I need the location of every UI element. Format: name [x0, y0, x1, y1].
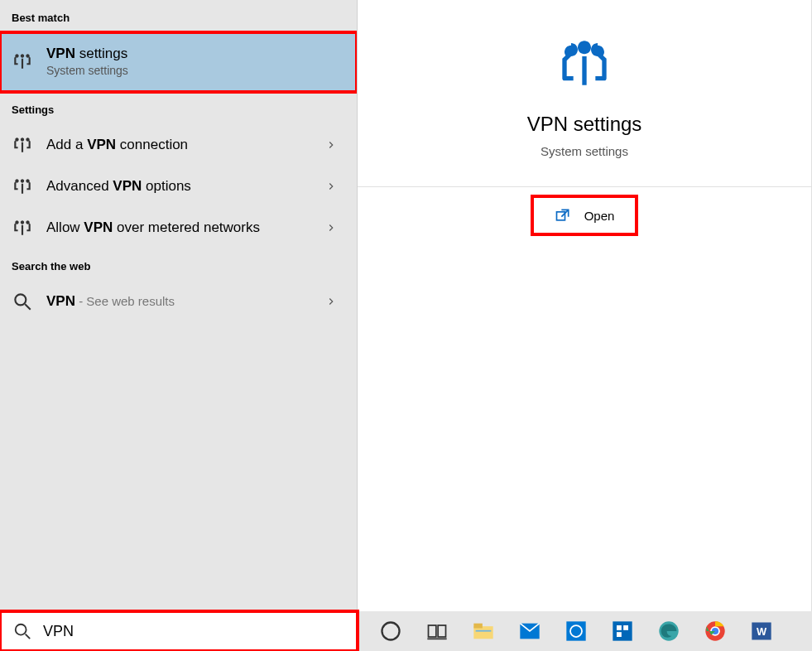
file-explorer-icon[interactable] [467, 615, 500, 648]
chevron-right-icon [325, 222, 337, 234]
cortana-button[interactable] [374, 615, 407, 648]
svg-line-1 [25, 304, 31, 310]
chevron-right-icon [325, 296, 337, 307]
open-button[interactable]: Open [531, 195, 637, 235]
edge-icon[interactable] [652, 615, 685, 648]
svg-rect-2 [556, 212, 565, 220]
open-icon [555, 207, 571, 224]
vpn-icon [12, 134, 33, 156]
svg-rect-13 [566, 621, 585, 640]
svg-point-5 [382, 623, 400, 640]
svg-rect-10 [473, 624, 483, 629]
best-match-label: VPN settings System settings [46, 46, 128, 77]
svg-text:W: W [757, 625, 767, 638]
vpn-icon [12, 51, 33, 72]
word-icon[interactable]: W [745, 615, 778, 648]
search-input[interactable] [43, 623, 344, 640]
settings-item-allow-vpn-metered[interactable]: Allow VPN over metered networks [0, 207, 357, 248]
svg-rect-15 [613, 621, 632, 640]
taskbar-icons: W [358, 615, 778, 648]
results-column: Best match VPN settings System settings … [0, 0, 358, 611]
vpn-icon [12, 217, 33, 239]
settings-item-add-vpn[interactable]: Add a VPN connection [0, 124, 357, 166]
preview-column: VPN settings System settings Open [358, 0, 812, 611]
chevron-right-icon [325, 139, 337, 151]
mail-icon[interactable] [513, 615, 546, 648]
divider [358, 186, 811, 187]
preview-title: VPN settings [527, 113, 642, 136]
settings-item-advanced-vpn[interactable]: Advanced VPN options [0, 166, 357, 207]
svg-rect-16 [617, 625, 622, 630]
chrome-icon[interactable] [699, 615, 732, 648]
search-icon [12, 291, 33, 312]
taskbar-search-box[interactable] [0, 611, 358, 651]
svg-point-3 [16, 624, 26, 635]
vpn-icon [12, 176, 33, 197]
section-settings: Settings [0, 92, 357, 124]
search-results-panel: Best match VPN settings System settings … [0, 0, 812, 611]
taskbar: W [0, 611, 812, 651]
svg-point-0 [15, 294, 26, 305]
task-view-button[interactable] [420, 615, 454, 648]
section-best-match: Best match [0, 7, 357, 32]
result-subtitle: System settings [46, 64, 128, 77]
search-icon [13, 622, 31, 640]
svg-line-4 [26, 634, 30, 639]
web-result-vpn[interactable]: VPN - See web results [0, 281, 357, 322]
result-title: VPN settings [46, 46, 128, 62]
section-search-web: Search the web [0, 248, 357, 281]
vpn-icon [558, 36, 611, 89]
result-title: Advanced VPN options [46, 178, 191, 195]
result-title: Add a VPN connection [46, 137, 188, 153]
svg-rect-6 [429, 625, 436, 637]
dell-app-icon[interactable] [560, 615, 593, 648]
svg-rect-17 [623, 625, 628, 630]
svg-rect-11 [476, 630, 492, 632]
result-title: Allow VPN over metered networks [46, 219, 260, 236]
open-label: Open [584, 209, 615, 223]
chevron-right-icon [325, 181, 337, 192]
app-icon[interactable] [606, 615, 639, 648]
svg-rect-18 [617, 632, 622, 637]
preview-subtitle: System settings [541, 144, 628, 158]
best-match-result[interactable]: VPN settings System settings [0, 32, 357, 92]
result-title: VPN - See web results [46, 293, 175, 310]
svg-rect-7 [438, 625, 445, 637]
